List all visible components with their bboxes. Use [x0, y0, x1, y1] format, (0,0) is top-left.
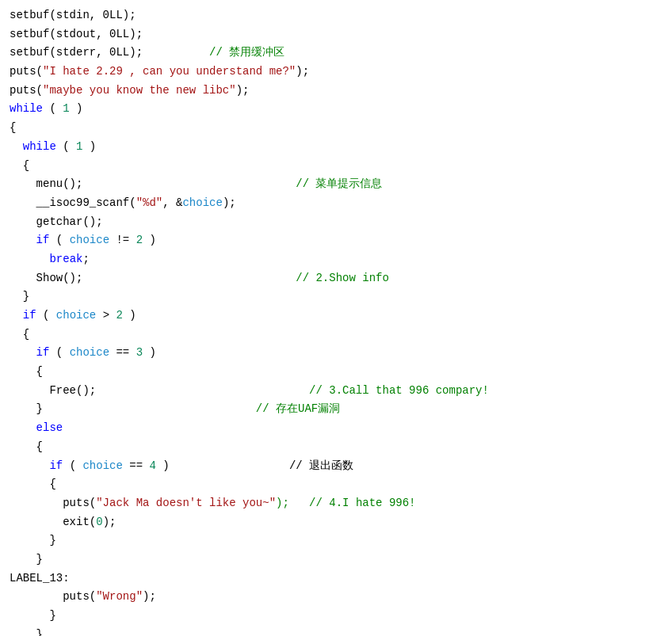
code-line: } // 存在UAF漏洞: [0, 400, 672, 419]
code-token: );: [103, 514, 116, 531]
code-token: [10, 458, 49, 475]
code-line: menu(); // 菜单提示信息: [0, 175, 672, 194]
code-line: puts("Wrong");: [0, 588, 672, 607]
code-line: setbuf(stdout, 0LL);: [0, 25, 672, 44]
code-token: ;: [82, 251, 89, 268]
code-line: if ( choice == 4 ) // 退出函数: [0, 457, 672, 476]
code-token: [10, 139, 23, 156]
code-line: puts("maybe you know the new libc");: [0, 82, 672, 101]
code-token: // 禁用缓冲区: [143, 44, 284, 62]
code-token: );: [223, 195, 236, 212]
code-token: 1: [76, 139, 82, 156]
code-line: setbuf(stdin, 0LL);: [0, 6, 672, 25]
code-token: "Wrong": [96, 588, 143, 606]
code-line: puts("I hate 2.29 , can you understand m…: [0, 63, 672, 82]
code-token: // 菜单提示信息: [82, 176, 382, 193]
code-token: );: [236, 82, 250, 100]
code-token: puts(: [10, 82, 43, 100]
code-token: , &: [162, 195, 182, 212]
code-token: setbuf(stderr, 0LL);: [10, 44, 143, 62]
code-line: puts("Jack Ma doesn't like you~"); // 4.…: [0, 494, 672, 513]
code-line: if ( choice > 2 ): [0, 307, 672, 326]
code-token: );: [143, 588, 156, 606]
code-token: }: [10, 626, 43, 636]
code-token: "I hate 2.29 , can you understand me?": [43, 63, 296, 81]
code-token: (: [56, 139, 76, 156]
code-token: puts(: [10, 63, 43, 81]
code-token: }: [10, 607, 56, 625]
code-line: break;: [0, 250, 672, 269]
code-token: choice: [70, 232, 109, 249]
code-token: // 3.Call that 996 compary!: [96, 383, 489, 400]
code-line: if ( choice == 3 ): [0, 344, 672, 363]
code-token: }: [10, 401, 43, 418]
code-line: while ( 1 ): [0, 100, 672, 119]
code-token: >: [96, 307, 116, 325]
code-token: Free();: [10, 383, 96, 400]
code-line: exit(0);: [0, 513, 672, 532]
code-token: 1: [63, 101, 69, 118]
code-line: }: [0, 607, 672, 626]
code-token: (: [36, 307, 56, 325]
code-token: (: [49, 345, 69, 362]
code-token: }: [10, 532, 56, 550]
code-token: if: [49, 458, 63, 475]
code-line: }: [0, 550, 672, 569]
code-token: while: [10, 101, 43, 118]
code-line: __isoc99_scanf("%d", &choice);: [0, 194, 672, 213]
code-line: getchar();: [0, 213, 672, 232]
code-token: 0: [96, 514, 102, 531]
code-token: choice: [70, 345, 109, 362]
code-line: {: [0, 157, 672, 176]
code-token: "Jack Ma doesn't like you~": [96, 495, 276, 512]
code-line: {: [0, 363, 672, 382]
code-token: setbuf(stdout, 0LL);: [10, 26, 143, 44]
code-lines: setbuf(stdin, 0LL);setbuf(stdout, 0LL);s…: [0, 6, 672, 636]
code-token: choice: [56, 307, 96, 325]
code-line: Show(); // 2.Show info: [0, 269, 672, 288]
code-token: {: [10, 158, 29, 175]
code-line: {: [0, 119, 672, 138]
code-token: (: [63, 458, 82, 475]
code-token: {: [10, 476, 56, 493]
code-token: if: [36, 232, 50, 249]
code-token: if: [36, 345, 50, 362]
code-token: menu();: [10, 176, 82, 193]
code-line: else: [0, 419, 672, 438]
code-token: 4: [149, 458, 155, 475]
code-token: ): [143, 345, 156, 362]
code-token: else: [36, 420, 63, 437]
code-line: }: [0, 531, 672, 550]
code-line: Free(); // 3.Call that 996 compary!: [0, 382, 672, 401]
code-token: {: [10, 364, 43, 381]
code-token: setbuf(stdin, 0LL);: [10, 7, 136, 25]
code-token: [10, 232, 36, 249]
code-token: if: [23, 307, 36, 325]
code-container: setbuf(stdin, 0LL);setbuf(stdout, 0LL);s…: [0, 0, 672, 636]
code-line: LABEL_13:: [0, 569, 672, 588]
code-token: // 存在UAF漏洞: [43, 401, 340, 418]
code-line: while ( 1 ): [0, 138, 672, 157]
code-line: setbuf(stderr, 0LL); // 禁用缓冲区: [0, 44, 672, 63]
code-token: // 2.Show info: [82, 270, 388, 288]
code-token: }: [10, 551, 43, 569]
code-token: choice: [182, 195, 222, 212]
code-token: break: [49, 251, 82, 268]
code-token: exit(: [10, 514, 96, 531]
code-token: ==: [109, 345, 136, 362]
code-token: ): [123, 307, 136, 325]
code-token: puts(: [10, 495, 96, 512]
code-line: if ( choice != 2 ): [0, 231, 672, 250]
code-token: );: [296, 63, 309, 81]
code-token: Show();: [10, 270, 82, 288]
code-token: puts(: [10, 588, 96, 606]
code-line: }: [0, 626, 672, 636]
code-token: ); // 4.I hate 996!: [276, 495, 415, 512]
code-token: LABEL_13:: [10, 570, 70, 588]
code-token: ) // 退出函数: [156, 458, 353, 475]
code-line: {: [0, 326, 672, 345]
code-token: [10, 345, 36, 362]
code-token: ): [82, 139, 96, 156]
code-token: 2: [116, 307, 122, 325]
code-token: {: [10, 120, 16, 137]
